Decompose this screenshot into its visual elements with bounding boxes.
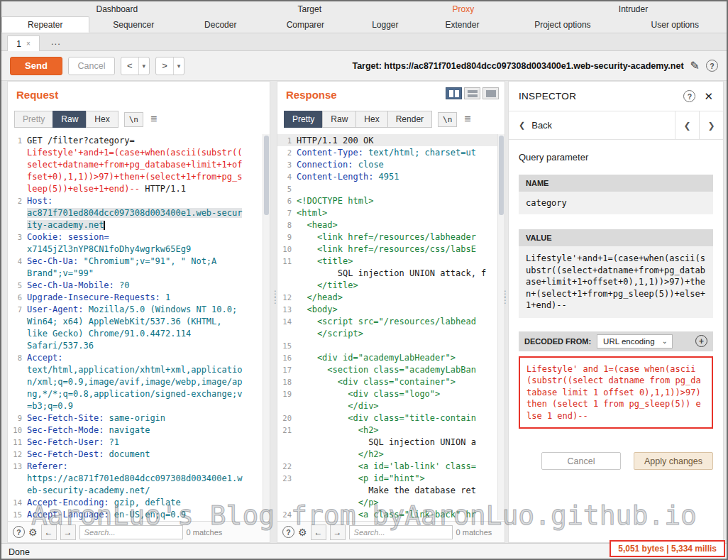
search-input[interactable] xyxy=(349,525,453,539)
editor-line[interactable]: 6<!DOCTYPE html> xyxy=(277,194,497,207)
editor-menu-icon[interactable]: ≡ xyxy=(464,113,470,126)
response-scrollbar[interactable] xyxy=(497,134,504,520)
close-tab-icon[interactable]: × xyxy=(26,40,31,48)
param-value[interactable]: Lifestyle'+and+1=(case+when(ascii(substr… xyxy=(519,246,713,318)
decoded-value[interactable]: Lifestyle' and 1=(case when(ascii(substr… xyxy=(519,356,713,429)
editor-line[interactable]: 12Sec-Fetch-Dest: document xyxy=(8,448,263,460)
search-input[interactable] xyxy=(79,525,183,539)
editor-line[interactable]: text/html,application/xhtml+xml,applicat… xyxy=(8,363,263,375)
response-editor[interactable]: 1HTTP/1.1 200 OK2Content-Type: text/html… xyxy=(277,134,497,520)
editor-line[interactable]: 17 <section class="academyLabBan xyxy=(277,363,497,375)
inspector-cancel-button[interactable]: Cancel xyxy=(541,452,621,470)
editor-line[interactable]: 3Cookie: session= xyxy=(8,231,263,243)
editor-line[interactable]: Lifestyle'+and+1=(case+when(ascii(substr… xyxy=(8,146,263,158)
editor-line[interactable]: </h2> xyxy=(277,448,497,460)
editor-line[interactable]: 5 xyxy=(277,182,497,194)
menu-item-user-options[interactable]: User options xyxy=(624,16,727,33)
edit-target-icon[interactable]: ✎ xyxy=(690,59,700,72)
more-tabs-button[interactable]: ... xyxy=(51,36,61,47)
tab-render[interactable]: Render xyxy=(387,111,432,128)
editor-line[interactable]: Make the database ret xyxy=(277,484,497,496)
rows-layout-icon[interactable] xyxy=(464,87,480,99)
menu-item-extender[interactable]: Extender xyxy=(423,16,502,33)
splitter-handle-icon[interactable]: ⋮⋮ xyxy=(501,291,509,304)
editor-line[interactable]: ity-academy.net xyxy=(8,219,263,231)
add-decoding-icon[interactable]: + xyxy=(695,335,707,347)
tab-raw[interactable]: Raw xyxy=(322,111,356,128)
editor-line[interactable]: 1HTTP/1.1 200 OK xyxy=(277,134,497,146)
editor-line[interactable]: 20 <div class="title-contain xyxy=(277,412,497,424)
editor-line[interactable]: 23 <p id="hint"> xyxy=(277,472,497,484)
menu-item-sequencer[interactable]: Sequencer xyxy=(89,16,179,33)
tab-hex[interactable]: Hex xyxy=(355,111,387,128)
editor-line[interactable]: 9 <link href=/resources/labheader xyxy=(277,231,497,243)
scrollbar-thumb[interactable] xyxy=(264,136,269,215)
request-editor[interactable]: 1GET /filter?category=Lifestyle'+and+1=(… xyxy=(8,134,263,520)
prev-item-button[interactable]: ❮ xyxy=(675,111,699,139)
editor-line[interactable]: ac871f701ed804dcc097308d003400e1.web-sec… xyxy=(8,207,263,219)
editor-line[interactable]: 21 <h2> xyxy=(277,424,497,436)
editor-line[interactable]: 16 <div id="academyLabHeader"> xyxy=(277,351,497,363)
scrollbar-thumb[interactable] xyxy=(499,136,504,215)
menu-item-intruder[interactable]: Intruder xyxy=(540,1,727,16)
editor-line[interactable]: 4Sec-Ch-Ua: "Chromium";v="91", " Not;A xyxy=(8,255,263,267)
cancel-button[interactable]: Cancel xyxy=(68,57,115,75)
editor-line[interactable]: Brand";v="99" xyxy=(8,267,263,279)
editor-line[interactable]: 11Sec-Fetch-User: ?1 xyxy=(8,436,263,448)
back-button[interactable]: ❮ Back xyxy=(519,120,675,131)
editor-menu-icon[interactable]: ≡ xyxy=(150,113,157,126)
editor-line[interactable]: 10Sec-Fetch-Mode: navigate xyxy=(8,424,263,436)
show-newlines-button[interactable]: \n xyxy=(438,112,457,127)
repeater-tab-1[interactable]: 1 × xyxy=(7,35,40,51)
menu-item-logger[interactable]: Logger xyxy=(348,16,423,33)
editor-line[interactable]: x7145jZl3nYP8CN1foDhy4wgrkw65Eg9 xyxy=(8,243,263,255)
tab-pretty[interactable]: Pretty xyxy=(14,111,53,128)
editor-line[interactable]: 13Referer: xyxy=(8,460,263,472)
editor-line[interactable]: 12 </head> xyxy=(277,291,497,303)
editor-line[interactable]: leep(5))+else+1+end)-- HTTP/1.1 xyxy=(8,182,263,194)
help-icon[interactable]: ? xyxy=(706,60,718,72)
menu-item-repeater[interactable]: Repeater xyxy=(1,16,89,33)
editor-line[interactable]: 2Content-Type: text/html; charset=ut xyxy=(277,146,497,158)
editor-line[interactable]: 1GET /filter?category= xyxy=(8,134,263,146)
menu-item-comparer[interactable]: Comparer xyxy=(263,16,348,33)
editor-line[interactable]: 8Accept: xyxy=(8,351,263,363)
editor-line[interactable]: =b3;q=0.9 xyxy=(8,400,263,412)
history-forward-button[interactable]: > ▾ xyxy=(155,57,184,75)
editor-line[interactable]: 22 <a id='lab-link' class= xyxy=(277,460,497,472)
editor-line[interactable]: SQL injection UNION attack, f xyxy=(277,267,497,279)
editor-line[interactable]: 10 <link href=/resources/css/labsE xyxy=(277,243,497,255)
editor-line[interactable]: 2Host: xyxy=(8,194,263,207)
editor-line[interactable]: 14 <script src="/resources/labhead xyxy=(277,315,497,327)
editor-line[interactable]: 9Sec-Fetch-Site: same-origin xyxy=(8,412,263,424)
editor-line[interactable]: Safari/537.36 xyxy=(8,339,263,351)
editor-line[interactable]: 15Accept-Language: en-US,en;q=0.9 xyxy=(8,508,263,520)
tab-pretty[interactable]: Pretty xyxy=(284,111,323,128)
editor-line[interactable]: like Gecko) Chrome/91.0.4472.114 xyxy=(8,327,263,339)
editor-line[interactable]: 3Connection: close xyxy=(277,158,497,170)
request-scrollbar[interactable] xyxy=(263,134,270,520)
menu-item-target[interactable]: Target xyxy=(233,1,387,16)
search-settings-icon[interactable]: ⚙ xyxy=(298,527,307,538)
editor-line[interactable]: eb-security-academy.net/ xyxy=(8,484,263,496)
single-layout-icon[interactable] xyxy=(482,87,499,99)
editor-line[interactable]: 8 <head> xyxy=(277,219,497,231)
chevron-down-icon[interactable]: ▾ xyxy=(173,57,184,75)
editor-line[interactable]: ng,*/*;q=0.8,application/signed-exchange… xyxy=(8,388,263,400)
editor-line[interactable]: select+datname+from+pg_database+limit+1+… xyxy=(8,158,263,170)
editor-line[interactable]: 13 <body> xyxy=(277,303,497,315)
columns-layout-icon[interactable] xyxy=(446,87,462,99)
menu-item-decoder[interactable]: Decoder xyxy=(178,16,263,33)
param-name-value[interactable]: category xyxy=(519,192,713,214)
tab-hex[interactable]: Hex xyxy=(86,111,118,128)
editor-line[interactable]: 14Accept-Encoding: gzip, deflate xyxy=(8,496,263,508)
inspector-close-icon[interactable]: ✕ xyxy=(704,90,713,103)
apply-changes-button[interactable]: Apply changes xyxy=(634,452,713,470)
chevron-down-icon[interactable]: ▾ xyxy=(138,57,150,75)
search-prev-button[interactable]: ← xyxy=(311,525,326,540)
editor-line[interactable]: 7User-Agent: Mozilla/5.0 (Windows NT 10.… xyxy=(8,303,263,315)
search-settings-icon[interactable]: ⚙ xyxy=(28,527,38,538)
send-button[interactable]: Send xyxy=(10,57,62,75)
editor-line[interactable]: n/xml;q=0.9,image/avif,image/webp,image/… xyxy=(8,375,263,388)
search-next-button[interactable]: → xyxy=(60,525,76,540)
